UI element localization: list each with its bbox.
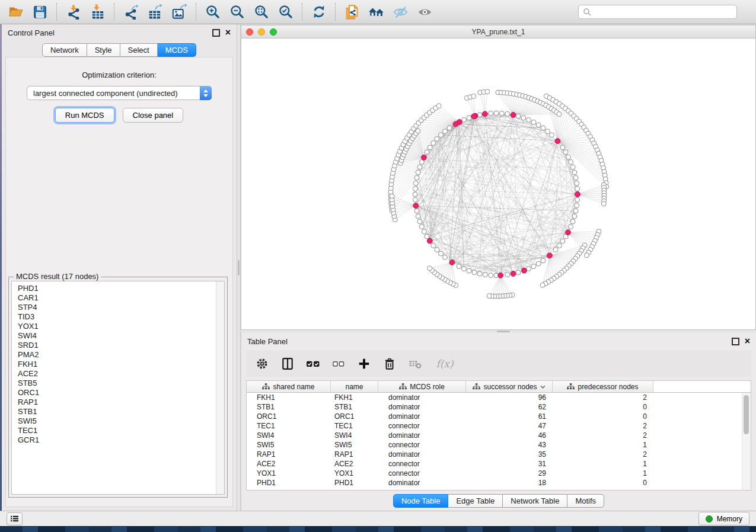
- network-node[interactable]: [472, 270, 477, 275]
- network-node[interactable]: [516, 270, 521, 275]
- network-node[interactable]: [573, 175, 578, 180]
- table-row[interactable]: PHD1PHD1dominator180: [247, 478, 751, 488]
- network-node[interactable]: [527, 267, 531, 271]
- table-tab-motifs[interactable]: Motifs: [567, 494, 604, 508]
- dominator-node[interactable]: [522, 268, 527, 273]
- network-node[interactable]: [431, 141, 436, 146]
- network-node[interactable]: [435, 137, 439, 142]
- column-header-mcds-role[interactable]: MCDS role: [378, 381, 466, 393]
- network-node[interactable]: [563, 150, 568, 155]
- network-node[interactable]: [413, 187, 417, 191]
- cell-mcds-role[interactable]: connector: [378, 422, 466, 430]
- table-row[interactable]: FKH1FKH1dominator962: [247, 393, 751, 402]
- network-node[interactable]: [494, 111, 499, 116]
- network-node[interactable]: [541, 258, 546, 263]
- tab-style[interactable]: Style: [87, 43, 120, 57]
- table-tab-node-table[interactable]: Node Table: [393, 494, 449, 508]
- table-row[interactable]: STB1STB1dominator620: [247, 402, 751, 412]
- dominator-node[interactable]: [547, 253, 553, 258]
- cell-predecessor-nodes[interactable]: 2: [553, 422, 653, 430]
- network-node[interactable]: [477, 271, 482, 276]
- network-node[interactable]: [536, 261, 541, 266]
- mcds-result-item[interactable]: SWI4: [18, 331, 224, 341]
- cell-mcds-role[interactable]: dominator: [378, 450, 466, 459]
- dominator-node[interactable]: [498, 273, 503, 278]
- network-node[interactable]: [569, 159, 573, 164]
- network-node[interactable]: [485, 89, 490, 94]
- network-node[interactable]: [572, 170, 577, 175]
- hide-selected-button[interactable]: [388, 2, 413, 22]
- panel-menu-button[interactable]: [7, 512, 23, 525]
- cell-name[interactable]: PHD1: [331, 479, 378, 487]
- export-image-button[interactable]: [167, 2, 192, 22]
- close-panel-button[interactable]: Close panel: [123, 108, 184, 123]
- apply-function-button[interactable]: f(x): [433, 356, 457, 371]
- cell-predecessor-nodes[interactable]: 1: [553, 469, 653, 477]
- network-node[interactable]: [585, 253, 589, 258]
- show-columns-button[interactable]: [280, 356, 295, 371]
- tab-select[interactable]: Select: [120, 43, 158, 57]
- network-node[interactable]: [467, 268, 471, 273]
- mcds-result-item[interactable]: PMA2: [18, 350, 224, 360]
- network-node[interactable]: [505, 111, 510, 116]
- network-window-titlebar[interactable]: YPA_prune.txt_1: [241, 25, 755, 39]
- network-node[interactable]: [531, 264, 536, 269]
- column-header-shared-name[interactable]: shared name: [247, 381, 331, 393]
- cell-name[interactable]: FKH1: [331, 393, 378, 402]
- network-node[interactable]: [531, 120, 536, 124]
- table-row[interactable]: ACE2ACE2connector311: [247, 459, 751, 469]
- network-node[interactable]: [546, 129, 550, 134]
- cell-successor-nodes[interactable]: 43: [466, 441, 553, 449]
- window-maximize-icon[interactable]: [270, 28, 277, 36]
- zoom-fit-button[interactable]: [249, 2, 273, 22]
- network-node[interactable]: [443, 255, 448, 259]
- memory-button[interactable]: Memory: [698, 512, 749, 525]
- cell-shared-name[interactable]: FKH1: [247, 393, 331, 402]
- mcds-result-item[interactable]: RAP1: [18, 398, 224, 407]
- network-node[interactable]: [417, 165, 422, 169]
- zoom-selected-button[interactable]: [273, 2, 298, 22]
- window-minimize-icon[interactable]: [258, 28, 265, 36]
- network-node[interactable]: [560, 239, 565, 243]
- export-network-button[interactable]: [119, 2, 143, 22]
- cell-mcds-role[interactable]: dominator: [378, 412, 466, 421]
- network-node[interactable]: [443, 129, 448, 134]
- cell-successor-nodes[interactable]: 31: [466, 460, 553, 468]
- mcds-result-item[interactable]: GCR1: [18, 435, 224, 445]
- open-file-button[interactable]: [4, 2, 28, 22]
- zoom-out-button[interactable]: [225, 2, 249, 22]
- mcds-result-item[interactable]: TID3: [18, 312, 224, 322]
- network-node[interactable]: [413, 181, 418, 185]
- cell-shared-name[interactable]: PHD1: [247, 479, 331, 487]
- network-node[interactable]: [516, 114, 521, 118]
- cell-successor-nodes[interactable]: 62: [466, 403, 553, 411]
- network-node[interactable]: [422, 229, 426, 234]
- network-node[interactable]: [435, 248, 439, 252]
- network-node[interactable]: [557, 243, 562, 248]
- network-node[interactable]: [414, 209, 419, 213]
- cell-name[interactable]: RAP1: [331, 450, 378, 459]
- dominator-node[interactable]: [413, 203, 419, 209]
- network-node[interactable]: [414, 175, 419, 180]
- float-panel-icon[interactable]: [212, 29, 220, 37]
- network-node[interactable]: [575, 187, 580, 191]
- cell-shared-name[interactable]: SWI5: [247, 441, 331, 449]
- mcds-result-item[interactable]: TEC1: [18, 426, 224, 435]
- cell-predecessor-nodes[interactable]: 2: [553, 431, 653, 440]
- vertical-splitter[interactable]: [237, 24, 241, 511]
- delete-column-button[interactable]: [382, 356, 397, 371]
- network-node[interactable]: [436, 104, 441, 108]
- cell-successor-nodes[interactable]: 96: [466, 393, 553, 402]
- table-row[interactable]: RAP1RAP1dominator352: [247, 450, 751, 459]
- network-node[interactable]: [416, 214, 420, 219]
- network-node[interactable]: [419, 225, 424, 229]
- network-node[interactable]: [431, 243, 436, 248]
- tab-mcds[interactable]: MCDS: [158, 43, 196, 57]
- cell-predecessor-nodes[interactable]: 1: [553, 460, 653, 468]
- cell-successor-nodes[interactable]: 29: [466, 469, 553, 477]
- table-row[interactable]: YOX1YOX1connector291: [247, 469, 751, 478]
- network-node[interactable]: [499, 111, 504, 116]
- import-network-button[interactable]: [61, 2, 85, 22]
- add-column-button[interactable]: [356, 356, 372, 371]
- cell-predecessor-nodes[interactable]: 0: [553, 412, 653, 421]
